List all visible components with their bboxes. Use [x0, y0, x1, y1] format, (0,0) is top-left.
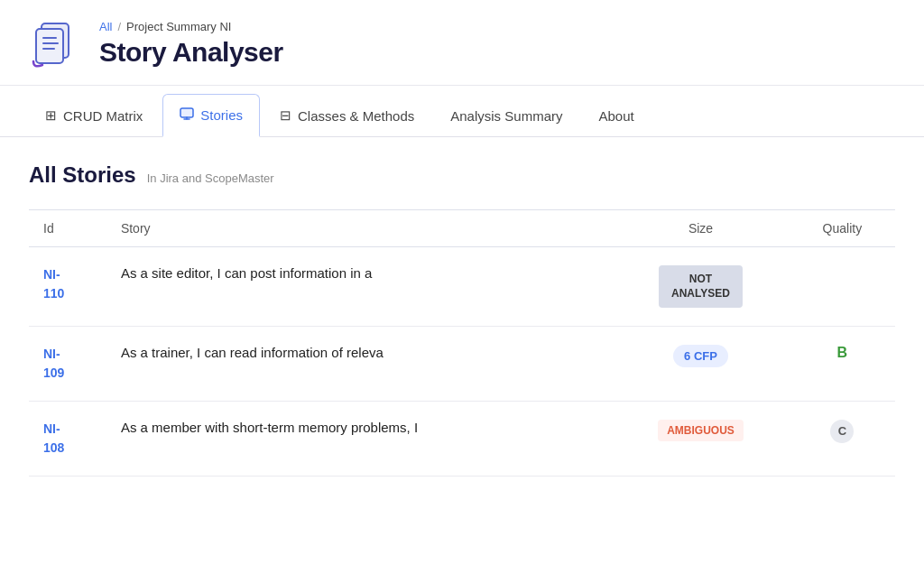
story-text-cell: As a member with short-term memory probl… — [106, 402, 612, 477]
tab-stories[interactable]: Stories — [162, 94, 260, 137]
quality-c-badge: C — [830, 420, 854, 443]
table-header-row: Id Story Size Quality — [29, 210, 895, 247]
story-id-cell: NI-109 — [29, 327, 106, 402]
story-size-cell: AMBIGUOUS — [612, 402, 789, 477]
quality-b-badge: B — [837, 345, 848, 360]
story-id-cell: NI-108 — [29, 402, 106, 477]
ambiguous-badge: AMBIGUOUS — [658, 420, 744, 441]
story-size-cell: 6 CFP — [612, 327, 789, 402]
breadcrumb: All / Project Summary NI — [99, 20, 283, 33]
story-quality-cell — [790, 247, 895, 327]
crud-matrix-icon: ⊞ — [45, 107, 57, 124]
tab-analysis-label: Analysis Summary — [450, 108, 562, 124]
story-quality-cell: C — [790, 402, 895, 477]
stories-icon — [180, 107, 194, 123]
nav-tabs: ⊞ CRUD Matrix Stories ⊟ Classes & Method… — [0, 93, 924, 137]
tab-about[interactable]: About — [582, 96, 650, 136]
tab-classes[interactable]: ⊟ Classes & Methods — [263, 95, 430, 136]
not-analysed-badge: NOTANALYSED — [659, 265, 743, 308]
col-header-size: Size — [612, 210, 789, 247]
story-quality-cell: B — [790, 327, 895, 402]
tab-analysis[interactable]: Analysis Summary — [434, 96, 578, 136]
tab-stories-label: Stories — [200, 107, 243, 123]
tab-crud[interactable]: ⊞ CRUD Matrix — [29, 95, 159, 136]
section-subtitle: In Jira and ScopeMaster — [147, 171, 274, 185]
tab-classes-label: Classes & Methods — [298, 108, 414, 124]
section-title-row: All Stories In Jira and ScopeMaster — [29, 162, 895, 188]
story-text: As a trainer, I can read information of … — [121, 345, 383, 360]
col-header-id: Id — [29, 210, 106, 247]
app-logo — [29, 16, 83, 70]
classes-icon: ⊟ — [280, 107, 291, 124]
svg-rect-5 — [180, 108, 193, 117]
svg-rect-1 — [36, 29, 63, 63]
table-row: NI-108 As a member with short-term memor… — [29, 402, 895, 477]
header-text-block: All / Project Summary NI Story Analyser — [99, 20, 283, 68]
breadcrumb-all-link[interactable]: All — [99, 20, 112, 33]
tab-crud-label: CRUD Matrix — [63, 108, 143, 124]
story-text-cell: As a trainer, I can read information of … — [106, 327, 612, 402]
breadcrumb-project: Project Summary NI — [126, 20, 231, 33]
story-id-link[interactable]: NI-108 — [43, 421, 64, 455]
app-title: Story Analyser — [99, 37, 283, 68]
story-text: As a site editor, I can post information… — [121, 265, 372, 281]
cfp-badge: 6 CFP — [673, 345, 728, 367]
story-id-link[interactable]: NI-109 — [43, 347, 64, 380]
story-size-cell: NOTANALYSED — [612, 247, 789, 327]
story-text: As a member with short-term memory probl… — [121, 420, 418, 435]
stories-table: Id Story Size Quality NI-110 As a site e… — [29, 209, 895, 477]
table-row: NI-109 As a trainer, I can read informat… — [29, 327, 895, 402]
app-header: All / Project Summary NI Story Analyser — [0, 0, 924, 86]
table-row: NI-110 As a site editor, I can post info… — [29, 247, 895, 327]
breadcrumb-separator: / — [117, 20, 121, 33]
story-id-link[interactable]: NI-110 — [43, 267, 64, 301]
main-content: All Stories In Jira and ScopeMaster Id S… — [0, 137, 924, 477]
story-id-cell: NI-110 — [29, 247, 106, 327]
section-title: All Stories — [29, 162, 136, 188]
story-text-cell: As a site editor, I can post information… — [106, 247, 612, 327]
col-header-story: Story — [106, 210, 612, 247]
tab-about-label: About — [598, 108, 633, 124]
col-header-quality: Quality — [790, 210, 895, 247]
